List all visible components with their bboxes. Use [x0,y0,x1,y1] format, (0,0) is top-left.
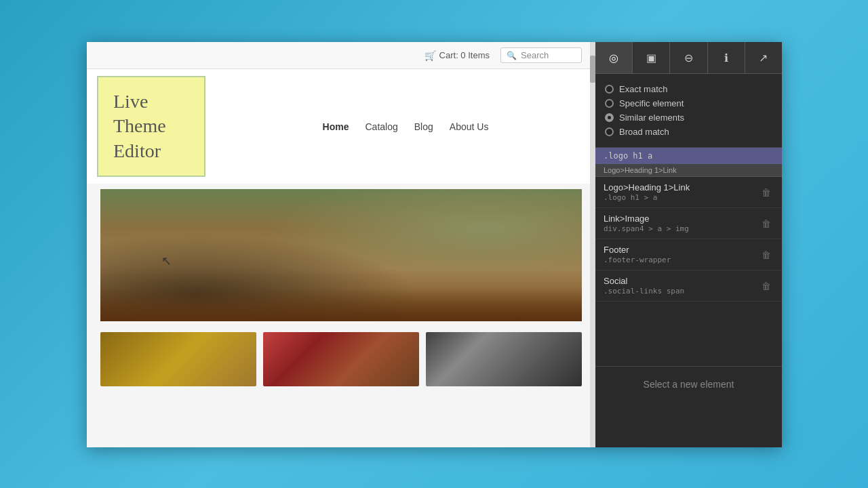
panel-toolbar: ◎ ▣ ⊖ ℹ ↗ [595,42,782,74]
info-icon: ℹ [724,52,728,64]
logo-line2: Theme [113,114,189,138]
hero-image: ↖ [100,189,582,321]
match-exact[interactable]: Exact match [605,82,772,96]
delete-btn-1[interactable]: 🗑 [759,186,774,199]
thumbnail-2 [263,332,419,386]
preview-scrollbar[interactable] [590,42,595,447]
breadcrumb-text: Logo>Heading 1>Link [604,166,677,174]
thumbnail-1 [100,332,256,386]
selector-breadcrumb: Logo>Heading 1>Link [595,164,782,177]
match-specific[interactable]: Specific element [605,96,772,110]
thumbnail-row [87,332,595,386]
thumbnail-3 [426,332,582,386]
preview-header: Live Theme Editor Home Catalog Blog Abou… [87,69,595,184]
match-exact-label: Exact match [619,84,668,94]
element-info-2: Link>Image div.span4 > a > img [604,214,759,233]
cart-label: Cart: 0 Items [439,50,490,60]
logo-container: Live Theme Editor [87,69,216,184]
preview-content: 🛒 Cart: 0 Items 🔍 Search Live Theme Edit… [87,42,595,447]
right-panel: ◎ ▣ ⊖ ℹ ↗ Exact match Specific ele [595,42,782,447]
toolbar-exit-btn[interactable]: ↗ [745,42,782,73]
select-new-element-area: Select a new element [595,366,782,447]
scrollbar-thumb [590,56,595,83]
element-info-4: Social .social-links span [604,276,759,296]
exit-icon: ↗ [759,52,768,64]
element-item-footer[interactable]: Footer .footer-wrapper 🗑 [595,239,782,270]
element-info-3: Footer .footer-wrapper [604,245,759,264]
delete-btn-2[interactable]: 🗑 [759,217,774,230]
logo-line3: Editor [113,139,189,163]
delete-btn-4[interactable]: 🗑 [759,279,774,293]
nav-catalog[interactable]: Catalog [366,121,398,132]
minus-icon: ⊖ [684,52,693,64]
cart-icon: 🛒 [425,50,436,61]
element-name-2: Link>Image [604,214,759,224]
nav-blog[interactable]: Blog [414,121,433,132]
search-label: Search [521,50,549,60]
search-icon: 🔍 [507,51,517,60]
match-options: Exact match Specific element Similar ele… [595,74,782,148]
delete-btn-3[interactable]: 🗑 [759,248,774,262]
select-new-label: Select a new element [644,379,734,390]
match-broad[interactable]: Broad match [605,125,772,139]
mouse-cursor: ↖ [161,253,172,268]
logo-box: Live Theme Editor [97,76,205,177]
preview-topbar: 🛒 Cart: 0 Items 🔍 Search [87,42,595,69]
match-broad-label: Broad match [619,127,669,137]
element-item-link-image[interactable]: Link>Image div.span4 > a > img 🗑 [595,208,782,239]
cart-info: 🛒 Cart: 0 Items [425,50,490,61]
radio-specific [605,99,614,108]
element-selector-2: div.span4 > a > img [604,224,759,233]
element-selector-3: .footer-wrapper [604,256,759,264]
toolbar-target-btn[interactable]: ◎ [595,42,633,73]
element-item-logo-heading-link[interactable]: Logo>Heading 1>Link .logo h1 > a 🗑 [595,177,782,208]
element-name-3: Footer [604,245,759,255]
element-selector-4: .social-links span [604,287,759,296]
element-selector-1: .logo h1 > a [604,193,759,202]
toolbar-minus-btn[interactable]: ⊖ [670,42,707,73]
element-item-social[interactable]: Social .social-links span 🗑 [595,270,782,302]
logo-line1: Live [113,89,189,114]
match-similar-label: Similar elements [619,113,684,123]
save-icon: ▣ [646,52,656,64]
radio-exact [605,85,614,94]
element-name-1: Logo>Heading 1>Link [604,182,759,192]
main-window: 🛒 Cart: 0 Items 🔍 Search Live Theme Edit… [87,42,782,447]
preview-area: 🛒 Cart: 0 Items 🔍 Search Live Theme Edit… [87,42,595,447]
toolbar-save-btn[interactable]: ▣ [633,42,670,73]
element-info-1: Logo>Heading 1>Link .logo h1 > a [604,182,759,202]
selector-highlight: .logo h1 a [595,148,782,164]
target-icon: ◎ [609,52,618,64]
nav-home[interactable]: Home [323,121,349,132]
nav-about-us[interactable]: About Us [450,121,489,132]
radio-similar [605,113,614,122]
selector-text: .logo h1 a [604,151,652,161]
navigation: Home Catalog Blog About Us [216,69,595,184]
element-list[interactable]: Logo>Heading 1>Link .logo h1 > a 🗑 Link>… [595,177,782,366]
match-specific-label: Specific element [619,98,684,108]
radio-broad [605,127,614,136]
element-name-4: Social [604,276,759,286]
match-similar[interactable]: Similar elements [605,110,772,125]
hero-leaves [100,287,582,321]
toolbar-info-btn[interactable]: ℹ [708,42,745,73]
search-box[interactable]: 🔍 Search [500,47,582,63]
